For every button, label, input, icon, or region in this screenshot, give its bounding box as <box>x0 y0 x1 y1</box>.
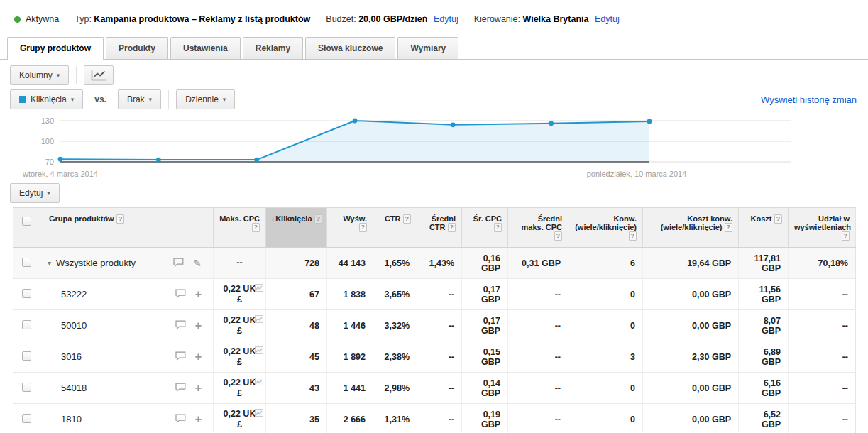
help-icon[interactable]: ? <box>494 223 502 232</box>
col-header-avg_ctr[interactable]: Średni CTR? <box>417 208 462 248</box>
budget-value: 20,00 GBP/dzień <box>358 14 427 24</box>
columns-button[interactable]: Kolumny ▾ <box>10 65 69 85</box>
max-cpc-value[interactable]: 0,22 UK £ <box>221 315 258 336</box>
row-action-icons: + <box>175 320 206 331</box>
cell-clicks: 43 <box>266 373 327 404</box>
plus-icon[interactable]: + <box>195 415 202 424</box>
col-header-clicks[interactable]: ↓Kliknięcia? <box>266 208 327 248</box>
comment-icon[interactable] <box>175 383 186 394</box>
row-checkbox[interactable] <box>22 258 31 267</box>
budget-edit-link[interactable]: Edytuj <box>434 14 458 24</box>
tab-ustawienia[interactable]: Ustawienia <box>170 37 241 59</box>
adwords-campaign-page: Aktywna Typ: Kampania produktowa – Rekla… <box>0 0 868 433</box>
bid-simulator-icon[interactable] <box>255 315 263 326</box>
columns-button-label: Kolumny <box>19 70 53 80</box>
bid-simulator-icon[interactable] <box>255 284 263 295</box>
max-cpc-value[interactable]: 0,22 UK £ <box>221 409 258 430</box>
x-axis-label-last: poniedziałek, 10 marca 2014 <box>587 170 687 178</box>
bid-simulator-icon[interactable] <box>255 409 263 420</box>
help-icon[interactable]: ? <box>842 231 850 241</box>
comment-icon[interactable] <box>175 414 186 425</box>
bid-simulator-icon[interactable] <box>255 378 263 388</box>
row-checkbox[interactable] <box>22 351 31 361</box>
col-header-label-ctr: CTR <box>385 214 401 223</box>
help-icon[interactable]: ? <box>554 231 563 241</box>
tab-produkty[interactable]: Produkty <box>106 37 168 59</box>
view-change-history-link[interactable]: Wyświetl historię zmian <box>761 94 857 105</box>
cell-name: ▾Wszystkie produkty✎ <box>40 248 214 279</box>
cell-avg-cpc: 0,17 GBP <box>462 279 508 310</box>
col-header-cost[interactable]: Koszt? <box>739 208 789 248</box>
help-icon[interactable]: ? <box>403 214 412 224</box>
cell-clicks: 35 <box>266 404 327 433</box>
cell-max-cpc: 0,22 UK £ <box>214 341 266 373</box>
tab-wymiary[interactable]: Wymiary <box>397 37 458 59</box>
cell-cost: 8,07 GBP <box>739 310 789 341</box>
toggle-chart-button[interactable] <box>84 65 114 85</box>
col-header-conversions[interactable]: Konw. (wiele/kliknięcie)? <box>568 208 643 248</box>
col-header-avg_cpc[interactable]: Śr. CPC? <box>462 208 508 248</box>
help-icon[interactable]: ? <box>314 214 323 224</box>
plus-icon[interactable]: + <box>195 322 202 330</box>
cell-name: 54018+ <box>40 373 214 404</box>
help-icon[interactable]: ? <box>774 214 783 224</box>
cell-avg-ctr: -- <box>417 310 462 341</box>
tab-grupy-produktow[interactable]: Grupy produktów <box>7 37 104 60</box>
edit-button[interactable]: Edytuj ▾ <box>10 183 60 203</box>
col-header-label-conversions: Konw. (wiele/kliknięcie) <box>575 214 637 231</box>
max-cpc-value[interactable]: 0,22 UK £ <box>221 284 258 305</box>
tab-reklamy[interactable]: Reklamy <box>243 37 303 59</box>
help-icon[interactable]: ? <box>629 231 637 241</box>
metric-color-swatch-icon <box>19 96 26 103</box>
chart-granularity-button[interactable]: Dziennie ▾ <box>176 89 235 109</box>
cell-checkbox <box>13 373 40 404</box>
row-checkbox[interactable] <box>22 383 31 392</box>
plus-icon[interactable]: + <box>195 384 202 393</box>
plus-icon[interactable]: + <box>195 290 202 299</box>
cell-ctr: 3,65% <box>373 279 417 310</box>
col-header-ctr[interactable]: CTR? <box>373 208 417 248</box>
help-icon[interactable]: ? <box>116 214 125 224</box>
select-all-checkbox[interactable] <box>22 217 31 226</box>
col-header-impr_share[interactable]: Udział w wyświetleniach? <box>789 208 856 248</box>
targeting-edit-link[interactable]: Edytuj <box>595 14 620 24</box>
comment-icon[interactable] <box>175 320 186 331</box>
comment-icon[interactable] <box>175 351 186 363</box>
row-checkbox[interactable] <box>22 414 31 423</box>
controls-divider <box>168 90 169 109</box>
col-header-content-cost: Koszt? <box>751 214 782 223</box>
y-axis-tick-label: 70 <box>45 158 54 166</box>
cell-max-cpc: 0,22 UK £ <box>214 373 266 404</box>
help-icon[interactable]: ? <box>725 223 733 232</box>
help-icon[interactable]: ? <box>448 223 456 232</box>
comment-icon[interactable] <box>173 258 184 269</box>
plus-icon[interactable]: + <box>195 353 202 361</box>
max-cpc-value[interactable]: 0,22 UK £ <box>221 346 258 368</box>
bid-simulator-icon[interactable] <box>255 346 263 357</box>
cell-checkbox <box>13 279 40 310</box>
col-header-impressions[interactable]: Wyśw.? <box>327 208 373 248</box>
cell-checkbox <box>13 248 40 279</box>
help-icon[interactable]: ? <box>252 223 260 232</box>
cell-cost-per-conv: 0,00 GBP <box>643 373 739 404</box>
col-header-max_cpc[interactable]: Maks. CPC? <box>214 208 266 248</box>
row-checkbox[interactable] <box>22 320 31 329</box>
chart-compare-button[interactable]: Brak ▾ <box>118 89 161 109</box>
targeting-label: Kierowanie: <box>474 14 520 24</box>
comment-icon[interactable] <box>175 289 186 300</box>
cell-checkbox <box>13 341 40 373</box>
chart-metric-button[interactable]: Kliknięcia ▾ <box>10 89 83 109</box>
col-header-avg_max_cpc[interactable]: Średni maks. CPC? <box>508 208 568 248</box>
expand-triangle-icon[interactable]: ▾ <box>48 259 51 267</box>
table-header-row: Grupa produktów?Maks. CPC?↓Kliknięcia?Wy… <box>13 208 856 248</box>
col-header-name[interactable]: Grupa produktów? <box>40 208 214 248</box>
max-cpc-value[interactable]: 0,22 UK £ <box>221 378 258 399</box>
chart-data-point <box>58 157 63 162</box>
tab-slowa-kluczowe[interactable]: Słowa kluczowe <box>305 37 395 59</box>
help-icon[interactable]: ? <box>359 223 368 232</box>
row-checkbox[interactable] <box>22 289 31 298</box>
cell-avg-cpc: 0,17 GBP <box>462 310 508 341</box>
pencil-icon[interactable]: ✎ <box>193 259 202 268</box>
col-header-cost_per_conv[interactable]: Koszt konw. (wiele/kliknięcie)? <box>643 208 739 248</box>
cell-max-cpc: 0,22 UK £ <box>214 404 266 433</box>
